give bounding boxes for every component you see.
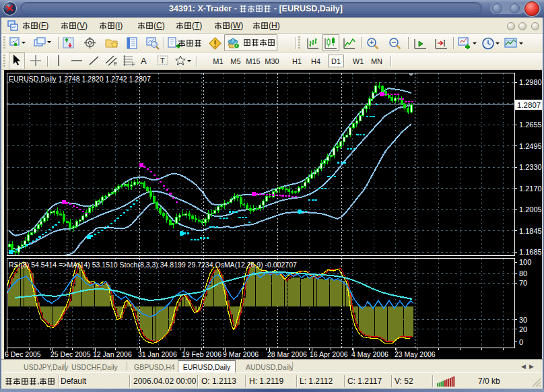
svg-text:31 Jan 2006: 31 Jan 2006: [138, 350, 177, 358]
svg-text:E: E: [114, 61, 117, 67]
svg-text:28 Mar 2006: 28 Mar 2006: [267, 350, 307, 358]
svg-text:1.2655: 1.2655: [519, 121, 542, 129]
svg-text:19 Feb 2006: 19 Feb 2006: [182, 350, 222, 358]
svg-text:100: 100: [519, 258, 531, 266]
svg-text:RSI(8) 54.5414 =>MA(14) 53.15: RSI(8) 54.5414 =>MA(14) 53.1510 Stoch(8,…: [9, 261, 297, 269]
svg-text:30: 30: [519, 316, 527, 324]
svg-text:T: T: [160, 57, 165, 65]
svg-text:1.2005: 1.2005: [519, 205, 542, 214]
svg-text:23 May 2006: 23 May 2006: [395, 350, 436, 358]
svg-text:0: 0: [519, 338, 523, 346]
svg-text:1.2330: 1.2330: [519, 163, 542, 171]
svg-text:9 Mar 2006: 9 Mar 2006: [223, 350, 259, 358]
svg-text:1.2980: 1.2980: [519, 78, 542, 86]
svg-text:16 Apr 2006: 16 Apr 2006: [310, 350, 348, 358]
svg-text:1.2170: 1.2170: [519, 185, 542, 193]
svg-text:25 Dec 2005: 25 Dec 2005: [50, 350, 91, 358]
svg-text:1.1845: 1.1845: [519, 227, 542, 235]
svg-text:1.2495: 1.2495: [519, 142, 542, 150]
svg-text:6 Dec 2005: 6 Dec 2005: [5, 350, 41, 358]
svg-text:F: F: [132, 61, 135, 67]
svg-text:4 May 2006: 4 May 2006: [351, 350, 388, 358]
svg-text:20: 20: [519, 325, 527, 333]
svg-text:1.1685: 1.1685: [519, 248, 542, 256]
svg-text:70: 70: [519, 279, 527, 287]
svg-text:12 Jan 2006: 12 Jan 2006: [93, 350, 132, 358]
svg-text:1.2807: 1.2807: [517, 101, 541, 109]
svg-text:80: 80: [519, 269, 527, 277]
svg-text:EURUSD,Daily 1.2748 1.2820 1.: EURUSD,Daily 1.2748 1.2820 1.2742 1.2807: [9, 75, 151, 83]
